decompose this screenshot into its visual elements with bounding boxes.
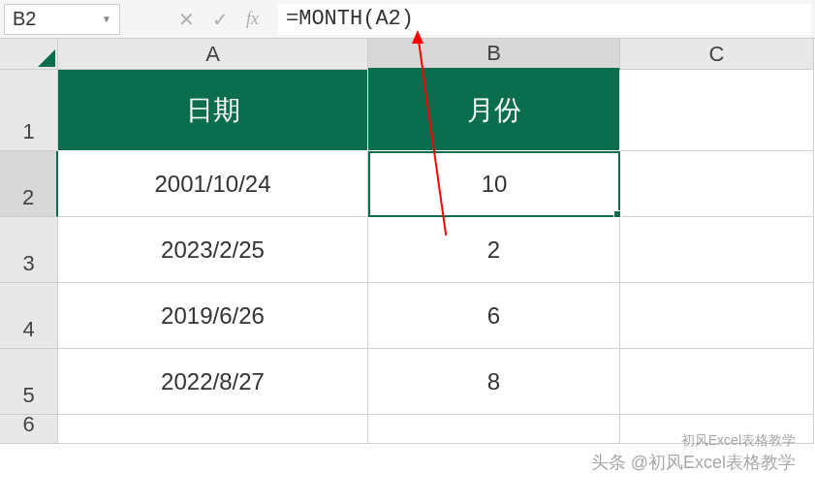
- cell-c5[interactable]: [620, 349, 814, 415]
- formula-bar: B2 ▼ ✕ ✓ fx: [0, 0, 815, 39]
- row-header-2[interactable]: 2: [0, 151, 58, 217]
- column-header-c[interactable]: C: [620, 39, 814, 70]
- cell-b2[interactable]: 10: [368, 151, 620, 217]
- cell-a6[interactable]: [58, 415, 368, 444]
- cell-b5[interactable]: 8: [368, 349, 620, 415]
- cell-a2[interactable]: 2001/10/24: [58, 151, 368, 217]
- cell-c3[interactable]: [620, 217, 814, 283]
- column-header-a[interactable]: A: [58, 39, 368, 70]
- chevron-down-icon[interactable]: ▼: [102, 14, 111, 24]
- cell-c6[interactable]: [620, 415, 814, 444]
- row-header-4[interactable]: 4: [0, 283, 58, 349]
- select-all-corner[interactable]: [0, 39, 58, 70]
- row-header-6[interactable]: 6: [0, 415, 58, 444]
- formula-controls: ✕ ✓ fx: [178, 8, 259, 31]
- cell-b6[interactable]: [368, 415, 620, 444]
- row-header-3[interactable]: 3: [0, 217, 58, 283]
- cell-c2[interactable]: [620, 151, 814, 217]
- spreadsheet: A B C 1 日期 月份 2 2001/10/24 10 3 2023/2/2…: [0, 39, 815, 444]
- column-header-b[interactable]: B: [368, 39, 620, 70]
- row-3: 3 2023/2/25 2: [0, 217, 815, 283]
- cell-a5[interactable]: 2022/8/27: [58, 349, 368, 415]
- row-5: 5 2022/8/27 8: [0, 349, 815, 415]
- confirm-icon[interactable]: ✓: [212, 8, 229, 31]
- cell-a1[interactable]: 日期: [58, 70, 368, 151]
- cell-a4[interactable]: 2019/6/26: [58, 283, 368, 349]
- row-6: 6: [0, 415, 815, 444]
- fx-icon[interactable]: fx: [246, 9, 259, 29]
- row-2: 2 2001/10/24 10: [0, 151, 815, 217]
- row-1: 1 日期 月份: [0, 70, 815, 151]
- cell-c1[interactable]: [620, 70, 814, 151]
- row-header-1[interactable]: 1: [0, 70, 58, 151]
- formula-input[interactable]: [278, 4, 811, 35]
- cell-a3[interactable]: 2023/2/25: [58, 217, 368, 283]
- cell-c4[interactable]: [620, 283, 814, 349]
- column-headers: A B C: [0, 39, 815, 70]
- cancel-icon[interactable]: ✕: [178, 8, 195, 31]
- watermark-line2: 头条 @初风Excel表格教学: [591, 451, 796, 475]
- name-box-value: B2: [13, 8, 36, 30]
- cell-b1[interactable]: 月份: [368, 70, 620, 151]
- name-box[interactable]: B2 ▼: [4, 4, 120, 35]
- cell-b3[interactable]: 2: [368, 217, 620, 283]
- row-4: 4 2019/6/26 6: [0, 283, 815, 349]
- row-header-5[interactable]: 5: [0, 349, 58, 415]
- cell-b4[interactable]: 6: [368, 283, 620, 349]
